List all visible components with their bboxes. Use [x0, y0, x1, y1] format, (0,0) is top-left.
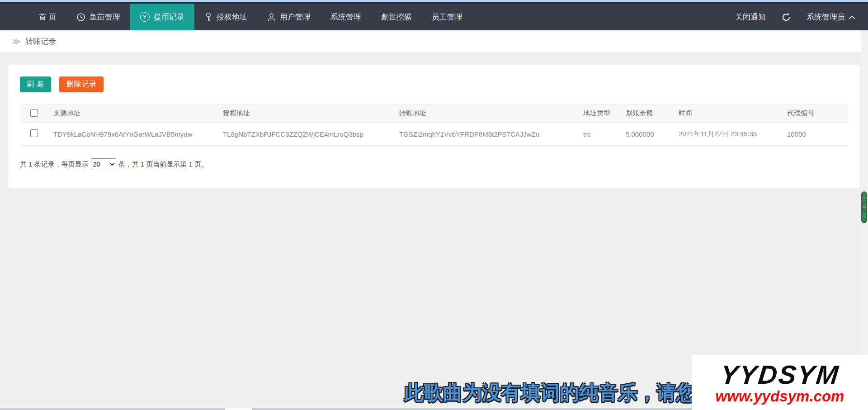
row-checkbox[interactable]	[30, 129, 38, 137]
breadcrumb: ≫ 转账记录	[0, 30, 868, 53]
nav-item-staff-management[interactable]: 员工管理	[422, 4, 472, 30]
pagination-suffix: 条，共 1 页当前显示第 1 页。	[118, 160, 208, 169]
col-source-address: 来源地址	[48, 105, 217, 123]
delete-records-button[interactable]: 删除记录	[59, 76, 104, 92]
nav-item-label: 员工管理	[432, 12, 462, 22]
close-notification-link[interactable]: 关闭通知	[735, 12, 766, 22]
table-row: TDY9kLaCoNH979x6AtYnGarWLaJVB5mydw TL8gN…	[20, 123, 848, 146]
nav-item-label: 授权地址	[217, 12, 247, 22]
table-header-row: 来源地址 授权地址 转账地址 地址类型 划账余额 时间 代理编号	[20, 105, 848, 123]
admin-user-menu[interactable]: 系统管理员	[807, 12, 855, 22]
key-icon	[204, 12, 212, 22]
cell-transfer-address: TGSZi2mqhY1VvbYFRDP8M8t2PS7CAJJwZu	[394, 123, 578, 146]
nav-item-label: 提币记录	[154, 12, 184, 22]
transfer-records-panel: 刷 新 删除记录 来源地址 授权地址 转账地址 地址类型 划账余额 时间 代理编…	[8, 65, 860, 188]
nav-item-genesis-mining[interactable]: 創世挖礦	[371, 4, 422, 30]
nav-item-label: 用户管理	[280, 12, 311, 22]
col-auth-address: 授权地址	[217, 105, 394, 123]
admin-user-label: 系统管理员	[807, 12, 845, 22]
nav-item-label: 首 页	[39, 12, 57, 22]
yen-circle-icon: ¥	[140, 12, 150, 22]
chevron-up-icon	[849, 13, 855, 22]
nav-item-authorized-address[interactable]: 授权地址	[194, 4, 257, 30]
horizontal-scrollbar-thumb[interactable]	[225, 408, 252, 410]
cell-address-type: trc	[578, 123, 620, 146]
nav-item-label: 鱼苗管理	[90, 12, 120, 22]
user-icon	[267, 13, 276, 22]
watermark-logo-text: YYDSYM	[719, 362, 840, 388]
video-subtitle-text: 此歌曲为没有填词的纯音乐，请您	[404, 380, 696, 406]
select-all-checkbox[interactable]	[30, 109, 38, 117]
cell-auth-address: TL8gNbTZXbPJFCC3ZZQZWjCE4mLruQ3bsp	[217, 123, 394, 146]
pagination-prefix: 共 1 条记录，每页显示	[20, 160, 89, 169]
nav-item-system-management[interactable]: 系统管理	[321, 4, 371, 30]
col-amount: 划账余额	[620, 105, 673, 123]
cell-source-address: TDY9kLaCoNH979x6AtYnGarWLaJVB5mydw	[48, 123, 217, 146]
nav-item-user-management[interactable]: 用户管理	[257, 4, 321, 30]
vertical-scrollbar-thumb[interactable]	[861, 191, 867, 223]
pagination: 共 1 条记录，每页显示 20 条，共 1 页当前显示第 1 页。	[20, 158, 848, 170]
col-time: 时间	[673, 105, 782, 123]
nav-item-home[interactable]: 首 页	[29, 4, 66, 30]
breadcrumb-arrows-icon: ≫	[12, 36, 21, 47]
watermark-box: YYDSYM www.yydsym.com	[692, 355, 868, 410]
nav-item-fry-management[interactable]: 鱼苗管理	[66, 4, 130, 30]
navbar-right-group: 关闭通知 系统管理员	[735, 4, 868, 30]
page-size-select[interactable]: 20	[91, 158, 116, 170]
refresh-button[interactable]: 刷 新	[20, 76, 51, 92]
clock-icon	[76, 13, 85, 22]
watermark-url-text: www.yydsym.com	[716, 389, 844, 404]
refresh-icon[interactable]	[781, 12, 791, 22]
cell-agent-id: 10000	[782, 123, 848, 146]
page-title: 转账记录	[25, 36, 56, 47]
top-navbar: 首 页 鱼苗管理 ¥ 提币记录 授权地址 用户管理 系统管理 創世挖礦 员工管理…	[0, 4, 868, 30]
nav-item-label: 創世挖礦	[381, 12, 412, 22]
col-address-type: 地址类型	[578, 105, 620, 123]
transfer-records-table: 来源地址 授权地址 转账地址 地址类型 划账余额 时间 代理编号 TDY9kLa…	[20, 104, 848, 146]
nav-item-label: 系统管理	[330, 12, 361, 22]
col-agent-id: 代理编号	[782, 105, 848, 123]
col-transfer-address: 转账地址	[394, 105, 578, 123]
toolbar: 刷 新 删除记录	[20, 76, 848, 92]
cell-amount: 5.000000	[620, 123, 673, 146]
nav-item-withdraw-records[interactable]: ¥ 提币记录	[130, 4, 194, 30]
cell-time: 2021年11月27日 23:45:35	[673, 123, 782, 146]
